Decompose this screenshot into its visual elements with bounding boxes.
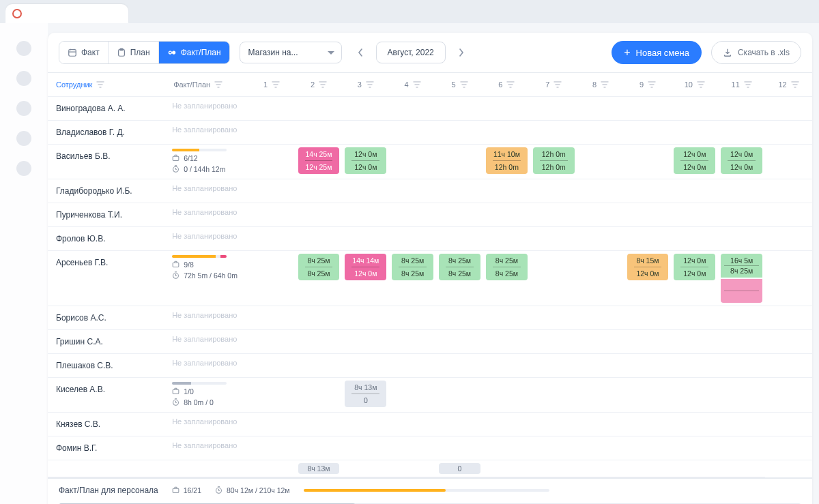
shift-cell[interactable]: 8ч 15м12ч 0м [627,254,669,280]
filter-icon[interactable] [96,81,104,88]
employee-name[interactable]: Арсеньев Г.В. [48,250,165,306]
schedule-grid: СотрудникФакт/План123456789101112 Виногр… [48,72,812,478]
header-factplan[interactable]: Факт/План [173,80,210,89]
header-day[interactable]: 6 [498,80,502,89]
employee-name[interactable]: Фролов Ю.В. [48,226,165,250]
calendar-icon [68,48,77,57]
table-row: Виноградова А. А.Не запланировано [48,96,812,120]
nav-item[interactable] [16,161,31,176]
employee-name[interactable]: Киселев А.В. [48,377,165,412]
view-fact-button[interactable]: Факт [59,42,109,63]
not-planned-label: Не запланировано [172,208,237,216]
header-day[interactable]: 8 [592,80,597,89]
new-shift-label: Новая смена [636,48,689,58]
plan-block: 9/872h 5m / 64h 0m [172,255,243,280]
filter-icon[interactable] [554,81,562,88]
filter-icon[interactable] [460,81,468,88]
employee-name[interactable]: Гладибородько И.Б. [48,179,165,203]
browser-tab[interactable] [5,4,128,23]
summary-label: Факт/План для персонала [59,486,158,495]
employee-name[interactable]: Гришин С.А. [48,329,165,353]
shift-cell[interactable]: 0 [439,463,480,474]
table-row: Фомин В.Г.Не запланировано [48,436,812,460]
employee-name[interactable]: Князев С.В. [48,412,165,436]
filter-icon[interactable] [413,81,421,88]
svg-rect-5 [173,156,179,160]
download-icon [723,48,732,57]
shift-cell[interactable]: 12ч 0м12ч 0м [674,254,715,280]
filter-icon[interactable] [506,81,515,88]
filter-icon[interactable] [601,81,609,88]
table-row: Гладибородько И.Б.Не запланировано [48,179,812,203]
header-day[interactable]: 12 [778,80,786,89]
shift-cell[interactable]: 8ч 13м [298,463,340,474]
view-factplan-button[interactable]: Факт/План [159,42,229,63]
table-row: Князев С.В.Не запланировано [48,412,812,436]
header-day[interactable]: 9 [640,80,644,89]
shift-cell[interactable]: 8ч 13м0 [345,381,386,407]
employee-name[interactable]: Борисов А.С. [48,306,165,329]
employee-name[interactable]: Плешаков С.В. [48,353,165,377]
not-planned-label: Не запланировано [172,125,237,134]
summary-time: 80ч 12м / 210ч 12м [227,486,290,494]
month-next-button[interactable] [452,44,470,61]
month-display[interactable]: Август, 2022 [376,42,446,63]
store-select[interactable]: Магазин на... [240,42,342,63]
header-day[interactable]: 3 [358,80,362,89]
plan-block: 1/08h 0m / 0 [172,382,243,406]
header-day[interactable]: 11 [732,80,740,89]
filter-icon[interactable] [744,81,752,88]
employee-name[interactable]: Пуриченкова Т.И. [48,203,165,226]
browser-tab-strip [0,0,819,23]
view-plan-button[interactable]: План [109,42,159,63]
shift-cell[interactable]: 8ч 25м8ч 25м [392,254,433,280]
header-day[interactable]: 2 [311,80,315,89]
shift-cell[interactable]: 12ч 0м12ч 0м [345,147,386,174]
header-day[interactable]: 4 [405,80,409,89]
shift-cell[interactable]: 14ч 25м12ч 25м [298,147,340,174]
shift-cell[interactable]: 14ч 14м12ч 0м [345,254,386,280]
nav-item[interactable] [16,41,31,56]
header-day[interactable]: 7 [545,80,549,89]
shift-cell[interactable]: 8ч 25м8ч 25м [486,254,528,280]
filter-icon[interactable] [791,81,799,88]
header-day[interactable]: 5 [451,80,455,89]
briefcase-icon [172,154,179,162]
view-plan-label: План [130,48,150,57]
shift-cell[interactable]: 12ч 0м12ч 0м [674,147,715,174]
summary-count: 16/21 [184,486,201,494]
shift-cell[interactable]: 8ч 25м8ч 25м [298,254,340,280]
shift-cell[interactable]: 16ч 5м8ч 25м [721,254,762,303]
shift-cell[interactable]: 11ч 10м12h 0m [486,147,528,174]
employee-name[interactable]: Виноградова А. А. [48,96,165,120]
header-day[interactable]: 1 [263,80,268,89]
download-xls-button[interactable]: Скачать в .xls [711,41,801,64]
table-row: Пуриченкова Т.И.Не запланировано [48,203,812,226]
timer-icon [215,486,222,494]
header-day[interactable]: 10 [685,80,693,89]
shift-cell[interactable]: 12h 0m12h 0m [533,147,575,174]
timer-icon [172,398,179,406]
filter-icon[interactable] [214,81,222,88]
filter-icon[interactable] [648,81,656,88]
nav-item[interactable] [16,101,31,116]
shift-cell[interactable]: 12ч 0м12ч 0м [721,147,762,174]
nav-item[interactable] [16,71,31,86]
month-prev-button[interactable] [351,44,369,61]
plan-block: 6/120 / 144h 12m [172,149,243,173]
svg-point-4 [172,51,175,54]
not-planned-label: Не запланировано [172,232,237,240]
nav-item[interactable] [16,131,31,146]
chevron-right-icon [459,48,464,57]
employee-name[interactable]: Васильев Б.В. [48,144,165,179]
shift-cell[interactable]: 8ч 25м8ч 25м [439,254,480,280]
employee-name[interactable]: Фомин В.Г. [48,436,165,460]
new-shift-button[interactable]: Новая смена [612,41,702,64]
employee-name[interactable]: Владиславов Г. Д. [48,120,165,144]
filter-icon[interactable] [319,81,327,88]
table-row: 8ч 13м0 [48,460,812,477]
filter-icon[interactable] [366,81,374,88]
filter-icon[interactable] [697,81,705,88]
filter-icon[interactable] [272,81,280,88]
header-employee[interactable]: Сотрудник [56,80,92,89]
